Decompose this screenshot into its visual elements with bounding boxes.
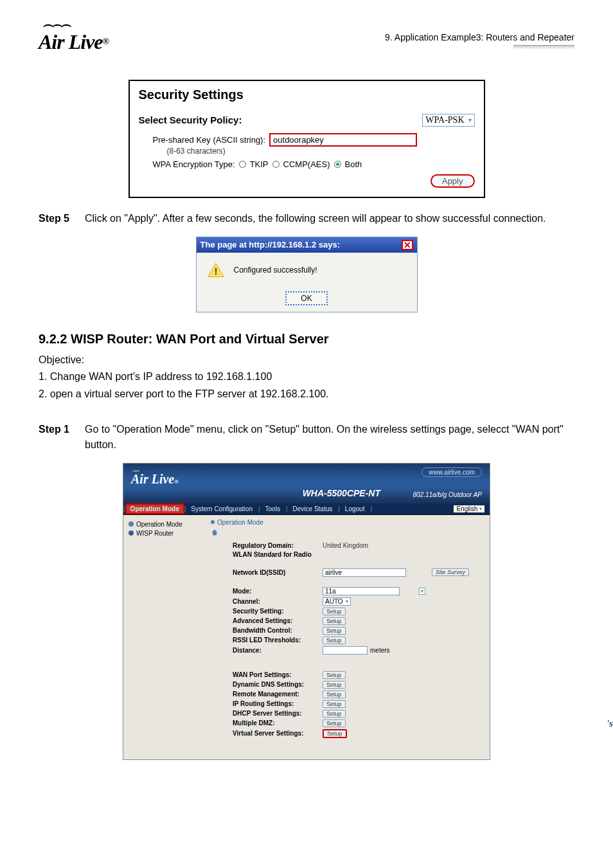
close-icon[interactable]: ✕ [402,240,413,250]
nav-operation-mode[interactable]: Operation Mode [125,503,184,514]
security-setup-button[interactable]: Setup [323,608,346,615]
remote-setup-button[interactable]: Setup [323,691,346,698]
objective-1: 1. Change WAN port's IP address to 192.1… [39,370,574,384]
manual-footer: 'ser's Manual [607,719,613,729]
model-name: WHA-5500CPE-NT [303,488,380,498]
mode-chevron[interactable]: ▾ [419,588,425,595]
policy-label: Select Security Policy: [139,114,293,125]
radio-tkip[interactable] [239,161,246,168]
objective-label: Objective: [39,353,574,367]
security-settings-panel: Security Settings Select Security Policy… [129,80,485,198]
bandwidth-setup-button[interactable]: Setup [323,627,346,635]
step1-text: Go to "Operation Mode" menu, click on "S… [85,422,574,453]
routing-setup-button[interactable]: Setup [323,700,346,708]
psk-input[interactable] [269,133,417,147]
chevron-down-icon: ▾ [468,116,472,123]
mode-select[interactable]: 11a [323,587,400,595]
virtual-server-setup-button[interactable]: Setup [323,729,347,738]
chevron-down-icon: ▾ [479,506,482,512]
wan-setup-button[interactable]: Setup [323,671,346,679]
ok-button[interactable]: OK [285,291,327,305]
objective-2: 2. open a virtual server port to the FTP… [39,387,574,401]
panel-title: Security Settings [139,87,475,102]
svg-text:!: ! [214,266,217,276]
rssi-setup-button[interactable]: Setup [323,637,346,644]
dhcp-setup-button[interactable]: Setup [323,710,346,718]
section-heading: 9.2.2 WISP Router: WAN Port and Virtual … [39,332,574,347]
ssid-input[interactable]: airlive [323,568,406,577]
dmz-setup-button[interactable]: Setup [323,719,346,727]
svg-marker-2 [212,529,218,535]
psk-hint: (8-63 characters) [167,147,475,156]
nav-system-config[interactable]: System Configuration [186,503,258,514]
enc-label: WPA Encryption Type: [153,159,235,169]
nav-device-status[interactable]: Device Status [288,503,339,514]
site-url-pill[interactable]: www.airlive.com [422,467,482,477]
apply-button[interactable]: Apply [431,174,475,188]
site-survey-button[interactable]: Site Survey [432,568,469,576]
alert-dialog: The page at http://192.168.1.2 says: ✕ !… [196,237,418,312]
advanced-setup-button[interactable]: Setup [323,617,346,625]
channel-select[interactable]: AUTO▾ [323,597,351,606]
distance-input[interactable] [323,646,368,655]
model-subtitle: 802.11a/b/g Outdoor AP [413,491,483,498]
step5-label: Step 5 [39,211,85,226]
warning-icon: ! [207,262,225,278]
breadcrumb: Operation Mode [211,519,483,526]
step5-text: Click on "Apply". After a few seconds, t… [85,211,574,226]
dialog-message: Configured successfully! [234,266,317,275]
psk-label: Pre-shared Key (ASCII string): [153,135,266,145]
admin-ui: www.airlive.com ⌢⌢ Air Live® WHA-5500CPE… [123,463,490,760]
nav-tools[interactable]: Tools [260,503,286,514]
ddns-setup-button[interactable]: Setup [323,681,346,689]
sidebar-wisp-router[interactable]: WISP Router [129,530,202,537]
sidebar-operation-mode[interactable]: Operation Mode [129,521,202,528]
dialog-title: The page at http://192.168.1.2 says: [200,240,340,249]
step1-label: Step 1 [39,422,85,453]
nav-logout[interactable]: Logout [340,503,371,514]
policy-select[interactable]: WPA-PSK▾ [422,114,474,127]
home-icon [211,529,218,536]
sidebar: Operation Mode WISP Router [123,515,207,759]
radio-ccmp[interactable] [272,161,280,168]
language-select[interactable]: English ▾ [454,505,484,512]
brand-logo: ⌢⌢⌢ Air Live® [39,19,109,54]
chapter-title: 9. Application Example3: Routers and Rep… [385,32,574,42]
radio-both[interactable] [334,161,341,168]
